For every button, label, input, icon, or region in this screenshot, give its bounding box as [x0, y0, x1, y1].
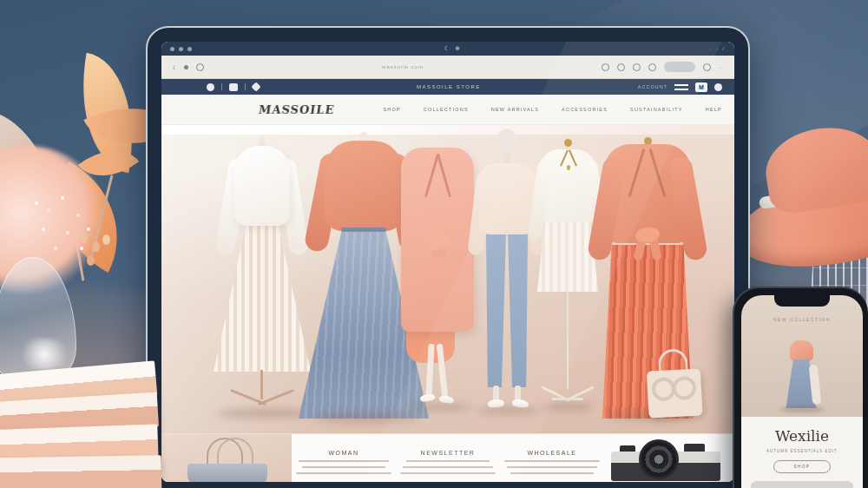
phone-bottom-bar[interactable] — [751, 481, 853, 488]
belt-knot — [426, 233, 449, 249]
overflow-icon[interactable]: ∙∙ — [719, 64, 724, 70]
cream-handbag — [646, 359, 702, 419]
nav-item-new-arrivals[interactable]: NEW ARRIVALS — [491, 107, 539, 112]
jeans-leg — [508, 233, 528, 387]
nav-item-help[interactable]: HELP — [706, 107, 722, 112]
menu-icon[interactable] — [674, 84, 688, 90]
phone-screen: NEW COLLECTION Wexilie AUTUMN ESSENTIALS… — [741, 295, 863, 488]
window-dot[interactable] — [179, 47, 183, 51]
flower-dots — [35, 201, 38, 205]
bag-body — [187, 464, 267, 483]
belt — [341, 228, 386, 232]
vase-highlight — [16, 339, 73, 370]
footer-text-line — [504, 460, 600, 462]
brand-badge-icon[interactable]: M — [695, 82, 707, 92]
divider — [221, 83, 222, 90]
nav-item-sustainability[interactable]: SUSTAINABILITY — [630, 107, 683, 112]
url-field[interactable]: massoile.com — [212, 64, 595, 69]
stand-pole — [260, 370, 263, 399]
phone-content-panel: Wexilie AUTUMN ESSENTIALS EDIT SHOP — [741, 417, 863, 488]
jeans-leg — [486, 233, 506, 387]
window-dot[interactable] — [170, 47, 174, 51]
phone-brand-logo: Wexilie — [775, 427, 829, 445]
mannequin-white-necklace — [533, 139, 602, 417]
stand-leg — [552, 398, 583, 400]
white-heel — [419, 393, 435, 403]
stand-leg — [258, 389, 294, 406]
phone-top-caption: NEW COLLECTION — [741, 317, 863, 322]
tablet-screen: ☾ ※ · ◦ ⁄ ↓ massoile.com ∙∙ — [161, 42, 734, 482]
footer-camera-photo[interactable] — [604, 434, 734, 483]
book — [0, 455, 161, 488]
divider — [245, 83, 246, 90]
footer-text-line — [296, 472, 391, 474]
mannequin-head — [496, 129, 517, 155]
bookmark-icon[interactable] — [633, 63, 641, 71]
nav-item-shop[interactable]: SHOP — [383, 107, 400, 112]
nav-item-accessories[interactable]: ACCESSORIES — [562, 107, 608, 112]
shield-icon[interactable] — [617, 63, 625, 71]
site-footer: WOMAN NEWSLETTER WHOLESALE — [161, 433, 734, 482]
phone-notch — [774, 295, 830, 307]
site-logo[interactable]: MASSOILE — [258, 103, 336, 116]
berries — [80, 233, 88, 243]
footer-text-line — [403, 466, 493, 468]
browser-address-bar: ↓ massoile.com ∙∙ — [161, 56, 734, 79]
extensions-icon[interactable] — [648, 63, 656, 71]
stand-pole — [567, 292, 569, 389]
footer-text-line — [299, 460, 389, 462]
footer-heading[interactable]: NEWSLETTER — [421, 450, 476, 456]
necklace-pendant — [567, 165, 570, 170]
white-sweater — [234, 146, 290, 226]
clock-icon[interactable] — [602, 63, 609, 71]
mockup-scene: ☾ ※ · ◦ ⁄ ↓ massoile.com ∙∙ — [0, 0, 868, 488]
site-banner-text: MASSOILE STORE — [266, 84, 631, 89]
cart-icon[interactable] — [714, 83, 722, 91]
footer-text-line — [510, 472, 594, 474]
footer-heading[interactable]: WOMAN — [328, 450, 358, 456]
phone-caption: AUTUMN ESSENTIALS EDIT — [766, 449, 838, 453]
tablet-device: ☾ ※ · ◦ ⁄ ↓ massoile.com ∙∙ — [146, 26, 750, 488]
floor-shadow — [779, 406, 825, 412]
footer-text-line — [400, 472, 496, 474]
hero-image — [161, 125, 734, 433]
footer-text-line — [507, 466, 597, 468]
tablet-status-bar: ☾ ※ · ◦ ⁄ — [161, 42, 734, 56]
floor-shadow — [542, 403, 594, 411]
footer-bag-photo[interactable] — [161, 434, 292, 483]
phone-shop-button[interactable]: SHOP — [773, 460, 831, 473]
browser-pill-button[interactable] — [664, 62, 695, 72]
nav-item-collections[interactable]: COLLECTIONS — [424, 107, 469, 112]
floor-shadow — [477, 406, 540, 415]
cream-top — [479, 163, 535, 234]
site-nav-bar: MASSOILE SHOP COLLECTIONS NEW ARRIVALS A… — [161, 95, 734, 125]
window-dot[interactable] — [187, 47, 192, 51]
footer-column: WOMAN — [296, 450, 391, 474]
footer-text-line — [406, 460, 490, 462]
status-center-icons: ☾ ※ — [196, 45, 710, 52]
user-icon[interactable] — [207, 83, 214, 91]
footer-heading[interactable]: WHOLESALE — [527, 450, 576, 456]
location-icon[interactable] — [251, 82, 260, 91]
phone-mannequin-top — [790, 340, 813, 361]
camera-lens — [639, 439, 679, 479]
phone-device: NEW COLLECTION Wexilie AUTUMN ESSENTIALS… — [733, 287, 868, 488]
footer-column: NEWSLETTER — [400, 450, 496, 474]
footer-column: WHOLESALE — [504, 450, 600, 474]
footer-text-line — [302, 466, 385, 468]
status-right-icons: · ◦ ⁄ — [710, 46, 726, 51]
salmon-sweater — [325, 141, 403, 231]
white-pleated-skirt — [537, 222, 598, 292]
settings-icon[interactable] — [703, 63, 711, 71]
grid-icon[interactable] — [229, 83, 238, 91]
profile-icon[interactable] — [196, 63, 204, 71]
dot-icon — [184, 65, 188, 69]
floor-shadow — [406, 403, 472, 412]
site-utility-bar: MASSOILE STORE ACCOUNT M — [161, 79, 734, 95]
account-label[interactable]: ACCOUNT — [638, 84, 667, 89]
footer-columns: WOMAN NEWSLETTER WHOLESALE — [292, 442, 604, 474]
download-icon[interactable]: ↓ — [172, 63, 176, 71]
gold-neck-cap — [564, 139, 572, 147]
